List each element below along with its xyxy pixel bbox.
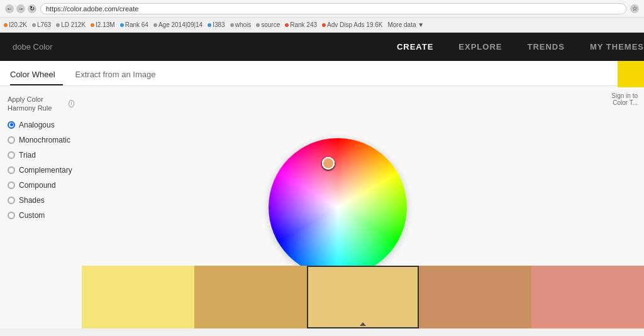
refresh-button[interactable]: ↻ xyxy=(28,4,36,13)
ext-item[interactable]: whois xyxy=(230,21,252,28)
tab-bar: Color Wheel Extract from an Image xyxy=(10,66,634,85)
tab-extract-image[interactable]: Extract from an Image xyxy=(75,66,164,85)
radio-complementary[interactable]: Complementary xyxy=(8,166,74,175)
ext-item[interactable]: Rank 64 xyxy=(120,21,148,28)
swatch-5[interactable] xyxy=(531,266,644,328)
extension-bar: I20.2K L763 LD 212K I2.13M Rank 64 Age 2… xyxy=(0,18,644,33)
browser-bar: ← → ↻ https://color.adobe.com/create ☆ xyxy=(0,0,644,18)
ext-item[interactable]: I2.13M xyxy=(91,21,115,28)
sidebar: Apply Color Harmony Rule i Analogous Mon… xyxy=(0,86,82,328)
ext-item[interactable]: source xyxy=(256,21,280,28)
radio-monochromatic[interactable]: Monochromatic xyxy=(8,136,74,144)
radio-triad[interactable]: Triad xyxy=(8,151,74,160)
radio-circle-shades xyxy=(8,197,15,204)
swatches-bar xyxy=(82,266,644,328)
radio-shades[interactable]: Shades xyxy=(8,196,74,205)
radio-circle-analogous xyxy=(8,121,15,129)
nav-create[interactable]: CREATE xyxy=(397,42,433,51)
swatch-3-selected[interactable] xyxy=(307,266,419,328)
color-wheel[interactable] xyxy=(269,138,407,276)
radio-custom[interactable]: Custom xyxy=(8,211,74,220)
url-bar[interactable]: https://color.adobe.com/create xyxy=(40,3,626,14)
radio-compound[interactable]: Compound xyxy=(8,181,74,190)
app-header: Color Wheel Extract from an Image xyxy=(0,61,644,86)
nav-trends[interactable]: TRENDS xyxy=(527,42,564,51)
yellow-swatch-preview[interactable] xyxy=(618,61,644,87)
radio-circle-compound xyxy=(8,182,15,189)
swatch-arrow xyxy=(360,322,366,326)
ext-item[interactable]: LD 212K xyxy=(56,21,86,28)
swatch-4[interactable] xyxy=(419,266,531,328)
tab-color-wheel[interactable]: Color Wheel xyxy=(10,66,63,85)
harmony-label: Apply Color Harmony Rule i xyxy=(8,95,74,113)
back-button[interactable]: ← xyxy=(5,4,14,13)
sign-in-text: Sign in to Color T... xyxy=(611,92,638,106)
color-wheel-container[interactable] xyxy=(269,138,407,276)
ext-item[interactable]: Age 2014|09|14 xyxy=(153,21,203,28)
swatch-1[interactable] xyxy=(82,266,194,328)
ext-item[interactable]: I20.2K xyxy=(4,21,27,28)
swatch-2[interactable] xyxy=(194,266,307,328)
nav-explore[interactable]: EXPLORE xyxy=(458,42,502,51)
radio-circle-triad xyxy=(8,151,15,159)
content-area: Sign in to Color T... xyxy=(82,86,644,328)
ext-item[interactable]: L763 xyxy=(32,21,51,28)
nav-bar: dobe Color CREATE EXPLORE TRENDS MY THEM… xyxy=(0,33,644,61)
radio-circle-monochromatic xyxy=(8,136,15,144)
radio-circle-complementary xyxy=(8,166,15,174)
ext-item[interactable]: Rank 243 xyxy=(285,21,317,28)
radio-analogous[interactable]: Analogous xyxy=(8,121,74,129)
radio-circle-custom xyxy=(8,212,15,219)
radio-group: Analogous Monochromatic Triad Complement… xyxy=(8,121,74,220)
forward-button[interactable]: → xyxy=(16,4,25,13)
nav-my-themes[interactable]: MY THEMES xyxy=(590,42,644,51)
handle-5[interactable] xyxy=(322,157,335,170)
browser-controls: ← → ↻ xyxy=(5,4,36,13)
ext-item[interactable]: Adv Disp Ads 19.6K xyxy=(322,21,382,28)
main-content: Apply Color Harmony Rule i Analogous Mon… xyxy=(0,86,644,328)
adobe-logo: dobe Color xyxy=(0,42,53,51)
ext-item[interactable]: I383 xyxy=(208,21,225,28)
bookmark-button[interactable]: ☆ xyxy=(630,4,639,13)
more-data-button[interactable]: More data ▼ xyxy=(387,21,424,28)
info-icon[interactable]: i xyxy=(69,100,74,107)
